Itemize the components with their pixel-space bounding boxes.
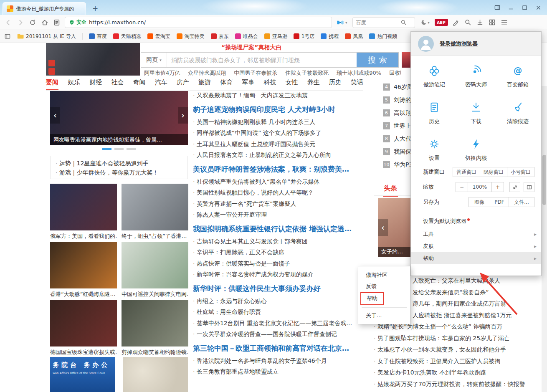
tab-keji[interactable]: 科技 bbox=[263, 78, 276, 90]
news-item[interactable]: 社保领域严重失信将被列入“黑名单”并公示媒体 bbox=[193, 176, 361, 187]
forward-button[interactable] bbox=[15, 17, 26, 28]
scrollbar-thumb[interactable] bbox=[542, 155, 546, 205]
tab-qiche[interactable]: 汽车 bbox=[155, 78, 167, 90]
thumbnail-image[interactable] bbox=[50, 300, 117, 346]
thumbnail-caption[interactable]: 俄军方：美国，看看我们的… bbox=[50, 233, 117, 240]
news-headline[interactable]: 新华时评：供暖这件民生大事须办妥办好 bbox=[193, 283, 361, 293]
news-item[interactable]: 英国一精神病嫌犯刚刚获释 几小时内连杀三人 bbox=[193, 116, 361, 128]
thumbnail-image[interactable] bbox=[122, 184, 188, 230]
main-menu-button[interactable] bbox=[499, 17, 510, 28]
news-headline[interactable]: 第三轮中国－欧盟工商领袖和前高官对话在北京… bbox=[193, 343, 361, 353]
refresh-button[interactable] bbox=[27, 17, 38, 28]
thumbnail-image[interactable] bbox=[122, 300, 188, 346]
tab-yule[interactable]: 娱乐 bbox=[68, 78, 80, 90]
hot-link[interactable]: 住院女子被殴致死 bbox=[285, 69, 329, 77]
carousel-prev-icon[interactable]: ‹ bbox=[50, 107, 60, 124]
news-headline[interactable]: 美议员呼吁特朗普签涉港法案，耿爽：别浪费美… bbox=[193, 164, 361, 174]
news-item[interactable]: 美国性别歧视触目惊心，说好的人人平等呢？ bbox=[193, 187, 361, 198]
news-item[interactable]: 新华时评：岂容名贵特产成为权力变现的媒介 bbox=[193, 269, 361, 280]
news-item[interactable]: 英警方再逮捕一名“死亡货车”案嫌疑人 bbox=[193, 198, 361, 210]
news-item[interactable]: 辛识平：扫黑除恶，正义不会缺席 bbox=[193, 247, 361, 258]
split-layout-button[interactable] bbox=[490, 0, 504, 15]
thumb-story[interactable]: 终于，蛆虫“占领”了香港… bbox=[122, 184, 188, 240]
community-menu-item[interactable]: 傲游社区 bbox=[358, 269, 410, 281]
maxthon-butterfly-button[interactable]: ▾ bbox=[334, 19, 349, 26]
clean-brush-button[interactable] bbox=[450, 17, 461, 28]
tab-qiwen[interactable]: 奇闻 bbox=[133, 78, 146, 90]
about-menu-item[interactable]: 关于... bbox=[358, 310, 410, 321]
news-item[interactable]: 杜庭斌：用生命履行职责 bbox=[193, 306, 361, 318]
bookmark-item[interactable]: 天猫精选 bbox=[113, 33, 141, 40]
menu-item-history[interactable]: 历史 bbox=[413, 101, 455, 125]
tab-tiyu[interactable]: 体育 bbox=[220, 78, 233, 90]
news-item[interactable]: 姑娘花两万买了70万元理财投资，转账前被提醒：快报警 bbox=[374, 379, 542, 390]
thumb-story[interactable]: 德国国宝级珠宝遭窃损失或… bbox=[50, 300, 117, 356]
page-scrollbar[interactable] bbox=[542, 86, 547, 392]
ad-sliver[interactable] bbox=[402, 52, 410, 68]
tab-lvyou[interactable]: 旅游 bbox=[198, 78, 211, 90]
hot-link[interactable]: 众星悼念高以翔 bbox=[188, 69, 226, 77]
quick-link[interactable]: 游戏｜少年群侠传，等你赢万元大奖！ bbox=[56, 168, 182, 177]
avatar[interactable] bbox=[418, 36, 434, 52]
address-bar[interactable]: 安全 https://i.maxthon.cn/ bbox=[65, 17, 332, 28]
save-file-button[interactable]: 文件... bbox=[509, 197, 534, 207]
adblock-button[interactable]: ABP bbox=[433, 17, 449, 28]
news-item[interactable]: 热点快评：供暖落实与否是一面镜子 bbox=[193, 258, 361, 269]
carousel-dot[interactable] bbox=[114, 148, 124, 150]
menu-item-downloads[interactable]: 下载 bbox=[455, 101, 497, 125]
portal-search-input[interactable] bbox=[167, 53, 357, 67]
thumb-story[interactable]: 俄军方：美国，看看我们的… bbox=[50, 184, 117, 240]
tab-lishi[interactable]: 历史 bbox=[329, 78, 342, 90]
bookmark-item[interactable]: 热门视频 bbox=[369, 33, 397, 40]
normal-window-button[interactable]: 普通窗口 bbox=[453, 167, 480, 177]
news-item[interactable]: 吉炳轩会见土耳其正义与发展党干部考察团 bbox=[193, 236, 361, 247]
tab-yaowen[interactable]: 要闻 bbox=[46, 78, 58, 90]
bookmark-item[interactable]: 爱淘宝 bbox=[147, 33, 170, 40]
incognito-window-button[interactable]: 隐身窗口 bbox=[480, 167, 507, 177]
news-item[interactable]: 同样都被说成“中国间谍” 这个女人的下场惨多了 bbox=[193, 127, 361, 139]
news-item[interactable]: 香港法院判处一名参与旺角暴乱的女子监禁46个月 bbox=[193, 355, 361, 367]
engine-search-box[interactable] bbox=[352, 17, 415, 28]
news-item[interactable]: 荟萃中外12台剧目 重拾老北京文化记忆——第三届老舍戏… bbox=[193, 318, 361, 329]
close-button[interactable] bbox=[532, 0, 545, 15]
tab-yangsheng[interactable]: 养生 bbox=[307, 78, 320, 90]
menu-item-switch-engine[interactable]: 切换内核 bbox=[455, 138, 497, 162]
small-window-button[interactable]: 小号窗口 bbox=[507, 167, 534, 177]
tab-caijing[interactable]: 财经 bbox=[89, 78, 102, 90]
thumbnail-image[interactable] bbox=[50, 242, 117, 288]
hot-headline-link[interactable]: “操场埋尸案”真相大白 bbox=[221, 44, 281, 51]
zoom-in-button[interactable]: + bbox=[491, 182, 504, 192]
news-item[interactable]: 人民日报署名文章：止暴制乱的正义之举乃人心所向 bbox=[193, 149, 361, 161]
save-image-button[interactable]: 图像 bbox=[468, 197, 490, 207]
thumbnail-caption[interactable]: 中国可遥控关闭菲律宾电网… bbox=[122, 291, 188, 298]
login-link[interactable]: 登录傲游浏览器 bbox=[440, 40, 478, 48]
hot-link[interactable]: 回收吃剩汤圆回锅再卖 bbox=[389, 69, 401, 77]
news-item[interactable]: 女子住院被殴致死：卫健局介入三医护人员被拘 bbox=[374, 356, 542, 367]
news-item[interactable]: 冉绍之：永远与群众心贴心 bbox=[193, 296, 361, 307]
sidebar-toggle-icon[interactable] bbox=[4, 33, 11, 40]
bookmark-folder[interactable]: 20191101 从 IE 导入 bbox=[17, 33, 76, 40]
news-carousel[interactable]: ‹ › 网友曝香港漫画家内地捞钱却挺暴徒，曾属… bbox=[50, 91, 188, 145]
skins-menu-item[interactable]: 皮肤▸ bbox=[411, 240, 541, 252]
bookmark-item[interactable]: 凤凰 bbox=[345, 33, 363, 40]
thumbnail-image[interactable] bbox=[122, 242, 188, 288]
news-item[interactable]: 美发店办卡10元洗剪吹 不到半年卷款跑路 bbox=[374, 367, 542, 379]
help-menu-item[interactable]: 帮助▸ bbox=[411, 252, 541, 264]
news-item[interactable]: 土耳其里拉大幅贬值 土总统呼吁国民抛售美元 bbox=[193, 139, 361, 150]
search-scope-dropdown[interactable]: 网页▾ bbox=[141, 53, 167, 67]
menu-item-mail[interactable]: @ 百变邮箱 bbox=[497, 64, 539, 89]
tab-fangchan[interactable]: 房产 bbox=[177, 78, 189, 90]
help-submenu-item[interactable]: 帮助 bbox=[358, 292, 410, 305]
carousel-prev-icon[interactable]: ‹ bbox=[378, 219, 388, 236]
menu-item-password-master[interactable]: 密码大师 bbox=[455, 64, 497, 89]
thumb-story[interactable]: 剪掉观众嘲笑首相约翰逊镜… bbox=[122, 300, 188, 356]
browser-tab[interactable]: 傲游今日_傲游用户专属的 bbox=[3, 2, 86, 15]
news-item[interactable]: 男子围观坠车打捞现场：车是自家的 25岁儿子溺亡 bbox=[374, 333, 542, 344]
tab-xiaohua[interactable]: 笑话 bbox=[351, 78, 363, 90]
engine-search-input[interactable] bbox=[356, 20, 398, 25]
tools-menu-item[interactable]: 工具▸ bbox=[411, 228, 541, 240]
menu-item-notes[interactable]: 傲游笔记 bbox=[413, 64, 455, 89]
home-button[interactable] bbox=[39, 17, 50, 28]
hot-link[interactable]: 中国男子在泰被杀 bbox=[234, 69, 277, 77]
bookmark-item[interactable]: 京东 bbox=[211, 33, 229, 40]
